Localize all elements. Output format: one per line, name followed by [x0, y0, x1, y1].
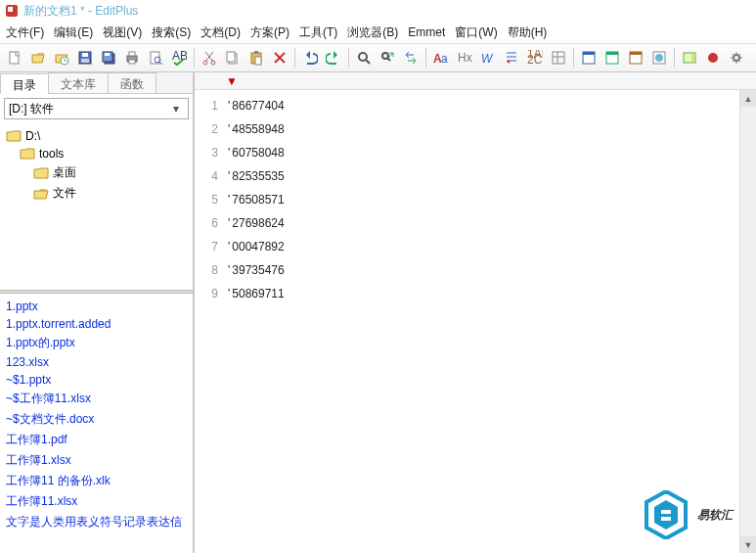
workspace: 目录 文本库 函数 [D:] 软件 ▾ D:\tools桌面文件 1.pptx1…: [0, 72, 756, 553]
menu-tools[interactable]: 工具(T): [299, 24, 337, 41]
spellcheck-icon[interactable]: ABC: [168, 47, 190, 69]
code-line[interactable]: 48558948: [228, 117, 285, 141]
tree-item-label: D:\: [25, 129, 40, 143]
menu-emmet[interactable]: Emmet: [408, 25, 445, 39]
menu-document[interactable]: 文档(D): [200, 24, 241, 41]
menu-help[interactable]: 帮助(H): [508, 24, 548, 41]
copy-icon[interactable]: [222, 47, 244, 69]
config-icon[interactable]: [679, 47, 700, 69]
recent-icon[interactable]: [51, 47, 72, 69]
line-number: 1: [195, 94, 218, 117]
hex-icon[interactable]: Hx: [454, 47, 475, 69]
tab-cliptext[interactable]: 文本库: [48, 72, 109, 93]
code-line[interactable]: 39735476: [228, 258, 285, 282]
folder-icon: [6, 129, 22, 143]
tree-item-label: 桌面: [53, 164, 76, 181]
file-item[interactable]: ~$1.pptx: [6, 371, 187, 389]
findnext-icon[interactable]: [377, 47, 398, 69]
tree-item[interactable]: 桌面: [6, 162, 187, 183]
svg-point-23: [359, 53, 367, 61]
code-line[interactable]: 86677404: [228, 94, 285, 117]
tree-item[interactable]: D:\: [6, 127, 187, 145]
record-icon[interactable]: [702, 47, 724, 69]
tab-functions[interactable]: 函数: [108, 72, 156, 93]
svg-rect-37: [630, 52, 642, 55]
external-icon[interactable]: [648, 47, 670, 69]
browser2-icon[interactable]: [601, 47, 623, 69]
browser3-icon[interactable]: [625, 47, 646, 69]
scroll-down-icon[interactable]: ▼: [740, 536, 756, 553]
delete-icon[interactable]: [269, 47, 290, 69]
file-item[interactable]: 1.pptx: [6, 298, 187, 315]
window-title: 新的文档1 * - EditPlus: [23, 3, 138, 20]
code-content[interactable]: 8667740448558948607580488253553576508571…: [224, 90, 285, 553]
replace-icon[interactable]: [400, 47, 422, 69]
line-number: 7: [195, 235, 218, 258]
settings-icon[interactable]: [726, 47, 747, 69]
undo-icon[interactable]: [299, 47, 321, 69]
folder-icon: [33, 166, 49, 180]
toolbar-separator: [425, 48, 426, 68]
menu-search[interactable]: 搜索(S): [152, 24, 191, 41]
menu-project[interactable]: 方案(P): [250, 24, 289, 41]
svg-rect-22: [255, 57, 261, 65]
file-item[interactable]: 1.pptx.torrent.added: [6, 315, 187, 333]
file-item[interactable]: 工作簿11 的备份.xlk: [6, 471, 187, 491]
menu-edit[interactable]: 编辑(E): [54, 24, 93, 41]
paste-icon[interactable]: [245, 47, 267, 69]
menu-file[interactable]: 文件(F): [6, 24, 44, 41]
preview-icon[interactable]: [145, 47, 166, 69]
menu-browser[interactable]: 浏览器(B): [347, 24, 398, 41]
code-line[interactable]: 27698624: [228, 211, 285, 235]
code-line[interactable]: 60758048: [228, 141, 285, 164]
folder-tree: D:\tools桌面文件: [0, 123, 193, 290]
file-item[interactable]: ~$文档文件.docx: [6, 409, 187, 430]
file-item[interactable]: ~$工作簿11.xlsx: [6, 389, 187, 409]
svg-text:W: W: [481, 52, 494, 66]
tree-item-label: 文件: [53, 185, 76, 202]
tree-item[interactable]: 文件: [6, 183, 187, 204]
save-icon[interactable]: [74, 47, 96, 69]
tab-directory[interactable]: 目录: [0, 73, 49, 94]
code-line[interactable]: 00047892: [228, 235, 285, 258]
tree-item-label: tools: [39, 147, 64, 161]
saveall-icon[interactable]: [98, 47, 119, 69]
print-icon[interactable]: [121, 47, 143, 69]
browser1-icon[interactable]: [578, 47, 600, 69]
font-icon[interactable]: Aa: [430, 47, 452, 69]
vertical-scrollbar[interactable]: ▲ ▼: [739, 90, 756, 553]
file-item[interactable]: 123.xlsx: [6, 353, 187, 371]
code-line[interactable]: 82535535: [228, 164, 285, 188]
side-tabs: 目录 文本库 函数: [0, 72, 193, 94]
svg-rect-12: [129, 60, 135, 64]
file-item[interactable]: 工作簿1.pdf: [6, 430, 187, 450]
new-icon[interactable]: [4, 47, 25, 69]
file-list: 1.pptx1.pptx.torrent.added1.pptx的.pptx12…: [0, 294, 193, 553]
find-icon[interactable]: [353, 47, 375, 69]
file-item[interactable]: 文字是人类用表义符号记录表达信: [6, 512, 187, 532]
code-line[interactable]: 76508571: [228, 188, 285, 211]
linenum-icon[interactable]: [501, 47, 522, 69]
toolbar-separator: [294, 48, 295, 68]
redo-icon[interactable]: [323, 47, 344, 69]
scroll-up-icon[interactable]: ▲: [740, 90, 756, 107]
menu-view[interactable]: 视图(V): [103, 24, 142, 41]
tree-item[interactable]: tools: [6, 145, 187, 162]
app-icon: [4, 3, 20, 19]
column-icon[interactable]: [548, 47, 569, 69]
file-item[interactable]: 1.pptx的.pptx: [6, 333, 187, 353]
open-icon[interactable]: [27, 47, 49, 69]
line-number: 3: [195, 141, 218, 164]
drive-selector[interactable]: [D:] 软件 ▾: [4, 98, 189, 119]
line-number: 4: [195, 164, 218, 188]
svg-rect-5: [82, 53, 88, 57]
cut-icon[interactable]: [199, 47, 220, 69]
file-item[interactable]: 工作簿11.xlsx: [6, 491, 187, 512]
ruler-icon[interactable]: 1AB2CD: [524, 47, 546, 69]
menu-window[interactable]: 窗口(W): [455, 24, 497, 41]
editor-body[interactable]: 123456789 866774044855894860758048825355…: [195, 90, 756, 553]
code-line[interactable]: 50869711: [228, 282, 285, 305]
svg-point-42: [734, 55, 739, 61]
wordwrap-icon[interactable]: W: [477, 47, 499, 69]
file-item[interactable]: 工作簿1.xlsx: [6, 450, 187, 471]
